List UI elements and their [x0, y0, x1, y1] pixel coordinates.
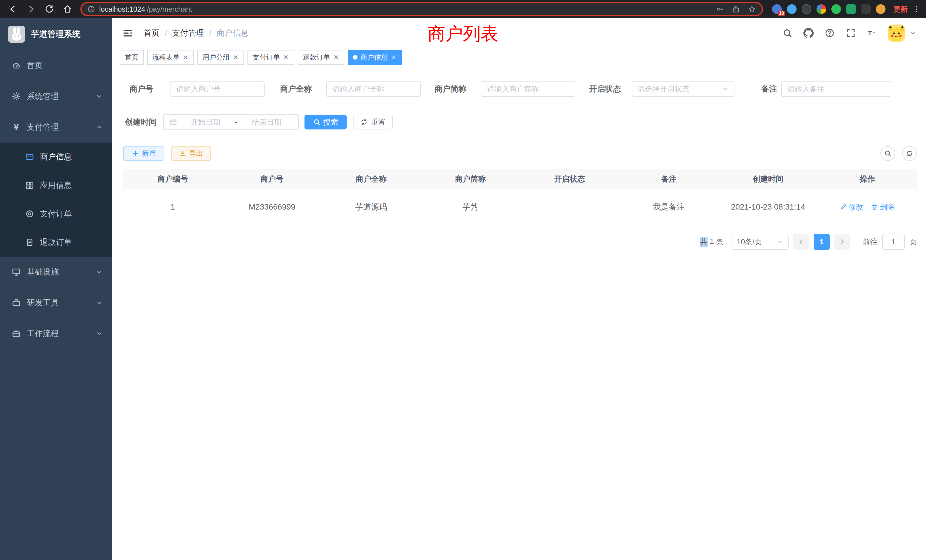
extension-icon-3[interactable]	[802, 4, 811, 14]
sidebar-item-payment[interactable]: ¥ 支付管理	[0, 112, 112, 142]
remark-input[interactable]	[781, 81, 891, 97]
bookmark-star-icon[interactable]	[747, 5, 756, 14]
cell-merchant-id: 1	[123, 203, 222, 212]
refresh-table-button[interactable]	[902, 146, 917, 161]
merchant-no-input[interactable]	[170, 81, 265, 97]
search-button[interactable]: 搜索	[304, 115, 346, 129]
tab-merchant-info[interactable]: 商户信息	[348, 50, 402, 65]
share-icon[interactable]	[732, 5, 740, 14]
address-bar[interactable]: localhost:1024/pay/merchant	[80, 2, 763, 16]
chevron-down-icon	[96, 300, 103, 306]
calendar-icon	[169, 118, 177, 126]
status-select[interactable]: 请选择开启状态	[632, 81, 734, 97]
browser-menu-icon[interactable]	[912, 4, 920, 14]
back-icon[interactable]	[8, 4, 18, 14]
export-button[interactable]: 导出	[171, 146, 211, 161]
key-icon[interactable]	[716, 5, 724, 14]
tab-home[interactable]: 首页	[120, 50, 144, 65]
add-button-label: 新增	[142, 149, 156, 158]
extension-icon-1[interactable]: 10	[772, 4, 782, 14]
app-logo[interactable]: 芋道管理系统	[0, 18, 112, 50]
profile-avatar-icon[interactable]	[876, 4, 885, 14]
sidebar-toggle-icon[interactable]	[122, 27, 133, 39]
page-size-select[interactable]: 10条/页	[732, 234, 788, 250]
create-time-range-picker[interactable]: 开始日期 - 结束日期	[163, 114, 299, 130]
extension-icon-2[interactable]	[787, 4, 797, 14]
search-icon[interactable]	[782, 28, 793, 38]
column-header: 商户简称	[421, 174, 520, 184]
svg-text:T: T	[868, 30, 872, 37]
site-info-icon[interactable]	[87, 5, 95, 13]
extension-icon-7[interactable]	[861, 4, 871, 14]
prev-page-button[interactable]	[793, 234, 809, 250]
close-icon[interactable]	[233, 54, 239, 61]
tags-view-bar: 首页 流程表单 用户分组 支付订单 退款订单 商户信息	[112, 48, 926, 67]
refresh-icon	[360, 118, 368, 126]
tab-process-form[interactable]: 流程表单	[147, 50, 194, 65]
chevron-up-icon	[96, 124, 103, 130]
sidebar-item-pay-orders[interactable]: 支付订单	[0, 200, 112, 228]
breadcrumb-home[interactable]: 首页	[144, 28, 160, 38]
close-icon[interactable]	[283, 54, 289, 61]
help-icon[interactable]	[825, 28, 835, 38]
tab-label: 支付订单	[253, 53, 280, 62]
main-content: 商户号 商户全称 商户简称 开启状态 请选择开启状态 备注 创建时间 开始日期 …	[112, 67, 926, 560]
yen-icon: ¥	[11, 122, 21, 132]
sidebar-item-home[interactable]: 首页	[0, 50, 112, 81]
delete-button[interactable]: 删除	[871, 202, 895, 212]
tab-user-group[interactable]: 用户分组	[197, 50, 244, 65]
tab-refund-orders[interactable]: 退款订单	[298, 50, 344, 65]
table-row: 1 M233666999 芋道源码 芋艿 我是备注 2021-10-23 08:…	[123, 189, 917, 225]
sidebar-item-label: 研发工具	[27, 297, 59, 308]
edit-button[interactable]: 修改	[840, 202, 863, 212]
user-avatar[interactable]	[888, 24, 905, 42]
refresh-icon	[906, 150, 913, 157]
next-page-button[interactable]	[834, 234, 850, 250]
tab-pay-orders[interactable]: 支付订单	[247, 50, 294, 65]
sidebar-item-refund-orders[interactable]: 退款订单	[0, 228, 112, 257]
tab-label: 退款订单	[303, 53, 330, 62]
toolbox-icon	[11, 298, 21, 308]
cell-short-name: 芋艿	[421, 201, 520, 212]
table-header-row: 商户编号 商户号 商户全称 商户简称 开启状态 备注 创建时间 操作	[123, 169, 917, 189]
sidebar-item-label: 支付管理	[27, 122, 59, 133]
close-icon[interactable]	[333, 54, 339, 61]
close-icon[interactable]	[390, 54, 397, 61]
sidebar-item-merchant-info[interactable]: 商户信息	[0, 142, 112, 171]
sidebar-item-dev-tools[interactable]: 研发工具	[0, 288, 112, 318]
reset-button[interactable]: 重置	[353, 115, 393, 129]
sidebar-item-workflow[interactable]: 工作流程	[0, 318, 112, 349]
chevron-down-icon[interactable]	[910, 30, 916, 36]
sidebar-item-app-info[interactable]: 应用信息	[0, 171, 112, 200]
page: localhost:1024/pay/merchant 10	[0, 0, 926, 560]
fullscreen-icon[interactable]	[846, 28, 856, 38]
extension-icon-4[interactable]	[817, 4, 826, 14]
short-name-input[interactable]	[481, 81, 575, 97]
start-date-placeholder: 开始日期	[180, 117, 232, 127]
breadcrumb-payment[interactable]: 支付管理	[172, 28, 204, 38]
page-annotation-title: 商户列表	[428, 22, 498, 45]
reload-icon[interactable]	[44, 4, 54, 14]
column-header: 商户全称	[322, 174, 421, 184]
font-size-icon[interactable]: TT	[867, 28, 877, 38]
goto-page-input[interactable]	[882, 234, 905, 250]
sidebar-item-system[interactable]: 系统管理	[0, 81, 112, 112]
sidebar-item-label: 支付订单	[40, 209, 72, 219]
url-path: /pay/merchant	[147, 5, 192, 14]
toggle-search-button[interactable]	[881, 146, 895, 161]
page-number-1[interactable]: 1	[814, 234, 830, 250]
github-icon[interactable]	[803, 28, 814, 38]
extension-icon-5[interactable]	[831, 4, 841, 14]
sidebar-item-infra[interactable]: 基础设施	[0, 257, 112, 288]
chevron-down-icon	[96, 93, 103, 100]
extension-icon-6[interactable]	[846, 4, 856, 14]
forward-icon[interactable]	[26, 4, 36, 14]
home-icon[interactable]	[63, 4, 73, 14]
column-header: 备注	[619, 174, 719, 184]
chevron-right-icon	[839, 238, 846, 245]
full-name-input[interactable]	[326, 81, 421, 97]
add-button[interactable]: 新增	[123, 146, 164, 161]
sidebar-item-label: 退款订单	[40, 237, 72, 248]
browser-update-button[interactable]: 更新	[894, 5, 908, 14]
close-icon[interactable]	[183, 54, 189, 61]
